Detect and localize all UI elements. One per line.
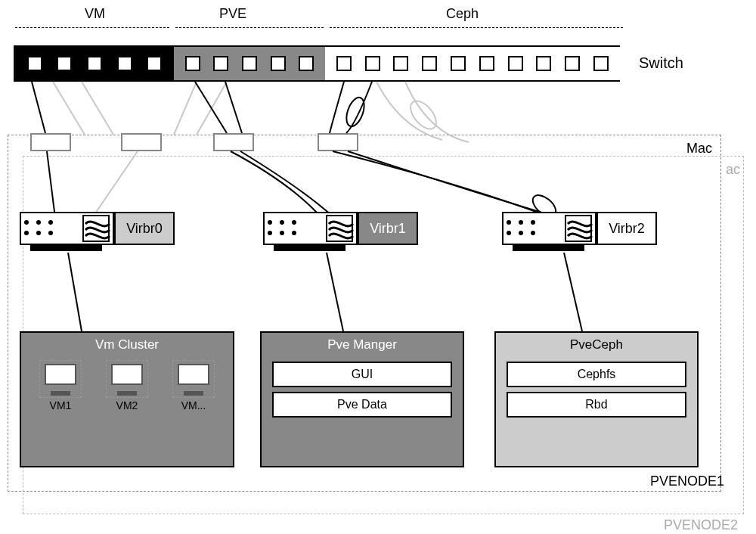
switch-vm-section (15, 47, 174, 80)
vm-item: VM1 (39, 360, 82, 411)
switch-port (242, 56, 257, 71)
switch-port (185, 56, 200, 71)
nic (121, 133, 162, 151)
switch-port (536, 56, 551, 71)
switch-port (422, 56, 437, 71)
pve-ceph-box: PveCeph Cephfs Rbd (494, 331, 699, 467)
vm-cluster-title: Vm Cluster (21, 333, 233, 357)
pve-manager-item: Pve Data (272, 392, 452, 418)
vm-item: VM... (172, 360, 215, 411)
switch-port (57, 56, 72, 71)
switch-port (147, 56, 162, 71)
switch-port (87, 56, 102, 71)
pve-ceph-item: Rbd (507, 392, 686, 418)
switch-port (336, 56, 352, 71)
pve-manager-box: Pve Manger GUI Pve Data (260, 331, 464, 467)
switch-port (593, 56, 609, 71)
bracket-pve (175, 27, 324, 28)
pvenode2-label: PVENODE2 (664, 517, 738, 533)
switch-port (451, 56, 466, 71)
computer-icon (106, 360, 148, 398)
virbr1-label: Virbr1 (370, 221, 406, 237)
mac2-label: ac (726, 162, 740, 178)
vm-item: VM2 (106, 360, 148, 411)
mac1-label: Mac (686, 141, 712, 157)
bridge-icon (565, 215, 592, 242)
vm-cluster-box: Vm Cluster VM1 VM2 VM... (20, 331, 234, 467)
pve-ceph-title: PveCeph (496, 333, 697, 357)
nic (30, 133, 71, 151)
switch-port (479, 56, 494, 71)
switch-ceph-section (325, 47, 620, 80)
switch-port (393, 56, 408, 71)
switch-port (271, 56, 286, 71)
switch-port (27, 56, 42, 71)
bridge-icon (326, 215, 353, 242)
switch-port (365, 56, 380, 71)
bracket-ceph (330, 27, 623, 28)
virbr0-label: Virbr0 (126, 221, 163, 237)
pve-manager-item: GUI (272, 362, 452, 387)
svg-point-1 (343, 95, 367, 129)
nic (213, 133, 254, 151)
pve-manager-title: Pve Manger (262, 333, 463, 357)
diagram-root: VM PVE Ceph (0, 0, 756, 534)
switch-label: Switch (639, 54, 683, 72)
svg-point-0 (406, 96, 442, 133)
bracket-vm (15, 27, 169, 28)
header-vm-label: VM (85, 6, 105, 22)
nic (318, 133, 358, 151)
computer-icon (172, 360, 215, 398)
header-pve-label: PVE (219, 6, 246, 22)
switch-port (508, 56, 523, 71)
pvenode1-label: PVENODE1 (650, 473, 724, 489)
bridge-icon (82, 215, 110, 242)
switch (14, 45, 620, 82)
switch-pve-section (174, 47, 325, 80)
switch-port (117, 56, 132, 71)
header-ceph-label: Ceph (446, 6, 479, 22)
pve-ceph-item: Cephfs (507, 362, 686, 387)
switch-port (565, 56, 580, 71)
virbr2-label: Virbr2 (609, 221, 645, 237)
switch-port (213, 56, 228, 71)
computer-icon (39, 360, 82, 398)
switch-port (299, 56, 314, 71)
